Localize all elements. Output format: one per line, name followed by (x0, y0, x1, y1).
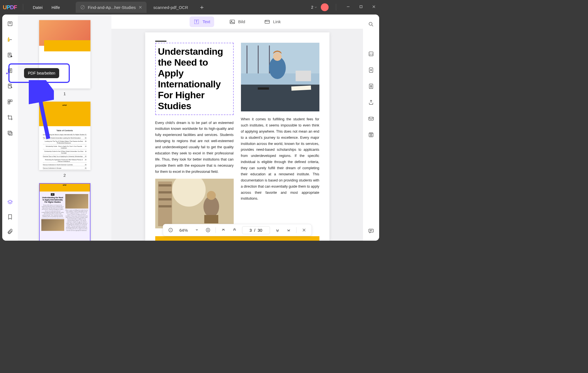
convert-icon[interactable] (366, 65, 376, 75)
annotation-dot (6, 73, 8, 74)
app-logo: UPDF (3, 4, 17, 11)
avatar[interactable] (321, 3, 329, 11)
email-icon[interactable] (366, 114, 376, 123)
organize-pages-icon[interactable] (5, 82, 15, 91)
separator (296, 227, 297, 233)
svg-rect-29 (258, 46, 259, 73)
svg-rect-5 (8, 84, 11, 88)
svg-rect-48 (370, 133, 372, 134)
svg-point-15 (266, 20, 266, 21)
svg-rect-8 (8, 102, 10, 104)
ocr-icon[interactable]: OCR (366, 49, 376, 59)
stack-layers-icon[interactable] (5, 198, 15, 207)
comment-tool-icon[interactable] (5, 35, 15, 44)
svg-rect-49 (369, 229, 374, 232)
svg-text:OCR: OCR (369, 53, 373, 55)
menu-help[interactable]: Hilfe (48, 3, 63, 11)
maximize-button[interactable] (356, 4, 366, 11)
app-body: PDF bearbeiten 1 UPDF Table of Contents … (2, 15, 379, 241)
right-sidebar: OCR (363, 15, 379, 241)
page-footer-bar (155, 236, 319, 241)
svg-rect-9 (8, 131, 11, 134)
page-image-library[interactable] (155, 179, 234, 228)
svg-point-24 (207, 191, 216, 200)
svg-rect-44 (371, 86, 372, 87)
zoom-in-button[interactable] (204, 226, 212, 234)
zoom-dropdown[interactable] (193, 226, 200, 234)
svg-rect-10 (9, 132, 12, 135)
page-number-input[interactable]: 3 / 30 (242, 226, 270, 234)
edit-image-tool[interactable]: Bild (225, 16, 249, 27)
attachment-icon[interactable] (5, 227, 15, 236)
search-icon[interactable] (366, 20, 376, 29)
svg-point-33 (273, 52, 281, 61)
thumbnail-number: 1 (39, 91, 90, 96)
minimize-button[interactable] (343, 4, 353, 11)
svg-rect-36 (295, 71, 311, 81)
next-page-button[interactable] (274, 226, 281, 234)
open-docs-count[interactable]: 2 (311, 5, 317, 9)
page-paragraph[interactable]: Every child's dream is to be part of an … (155, 120, 234, 175)
chevron-down-icon (314, 6, 317, 9)
edit-text-tool[interactable]: Text (190, 16, 214, 27)
first-page-button[interactable] (220, 226, 227, 234)
left-sidebar-bottom (5, 198, 15, 236)
zoom-out-button[interactable] (167, 226, 174, 234)
page-heading[interactable]: Understanding the Need to Apply Internat… (157, 44, 232, 113)
page-content[interactable]: Understanding the Need to Apply Internat… (145, 32, 329, 241)
svg-rect-7 (10, 100, 12, 102)
svg-point-47 (370, 135, 372, 136)
document-canvas[interactable]: Understanding the Need to Apply Internat… (111, 29, 363, 241)
tab-active-document[interactable]: Find-and-Ap...her-Studies ✕ (76, 2, 147, 13)
close-icon[interactable]: ✕ (138, 5, 142, 10)
text-selection-box[interactable]: Understanding the Need to Apply Internat… (155, 43, 234, 115)
svg-rect-19 (159, 191, 171, 193)
edit-toolbar: Text Bild Link (111, 15, 363, 29)
share-icon[interactable] (366, 98, 376, 107)
tab-document[interactable]: scanned-pdf_OCR (149, 2, 192, 13)
svg-rect-1 (360, 6, 362, 8)
svg-point-39 (369, 22, 372, 25)
prev-page-button[interactable] (231, 226, 238, 234)
reader-mode-icon[interactable] (5, 19, 15, 28)
edit-link-tool[interactable]: Link (260, 16, 285, 27)
thumbnails-panel[interactable]: 1 UPDF Table of Contents Understanding t… (18, 15, 111, 241)
svg-rect-18 (159, 184, 171, 187)
thumbnail-page-1[interactable]: 1 (39, 20, 90, 96)
layers-icon[interactable] (5, 128, 15, 138)
svg-rect-6 (8, 100, 10, 102)
zoom-page-bar: 64% 3 / 30 (163, 224, 312, 236)
no-edit-icon (80, 5, 85, 10)
close-window-button[interactable] (369, 4, 379, 11)
svg-rect-45 (369, 117, 374, 120)
bookmark-icon[interactable] (5, 212, 15, 222)
title-bar: UPDF Datei Hilfe Find-and-Ap...her-Studi… (0, 0, 381, 15)
page-image-student[interactable] (241, 43, 319, 111)
tab-label: scanned-pdf_OCR (153, 5, 188, 10)
main-document-view: Text Bild Link Understanding the Need to… (111, 15, 363, 241)
edit-pdf-icon[interactable] (5, 50, 15, 60)
tooltip-edit-pdf: PDF bearbeiten (24, 68, 59, 78)
title-bar-right: 2 (311, 3, 379, 11)
protect-icon[interactable] (366, 82, 376, 91)
zoom-value: 64% (178, 228, 189, 233)
svg-rect-21 (159, 205, 171, 207)
close-toolbar-button[interactable] (300, 226, 308, 234)
svg-rect-25 (204, 215, 218, 223)
page-paragraph[interactable]: When it comes to fulfilling the student … (241, 116, 319, 202)
svg-rect-28 (247, 46, 247, 73)
last-page-button[interactable] (285, 226, 292, 234)
thumbnail-page-3[interactable]: UPDF 01 Understanding the Need to Apply … (39, 183, 90, 241)
comment-panel-icon[interactable] (366, 226, 376, 236)
svg-rect-20 (159, 198, 171, 200)
new-tab-button[interactable]: ＋ (195, 3, 209, 11)
svg-rect-42 (369, 68, 373, 73)
thumbnail-page-2[interactable]: UPDF Table of Contents Understanding the… (39, 102, 90, 178)
thumbnail-number: 2 (39, 173, 90, 178)
separator (216, 227, 216, 233)
separator (23, 4, 23, 11)
crop-icon[interactable] (5, 113, 15, 122)
tools-grid-icon[interactable] (5, 97, 15, 107)
menu-file[interactable]: Datei (29, 3, 46, 11)
save-icon[interactable] (366, 130, 376, 140)
